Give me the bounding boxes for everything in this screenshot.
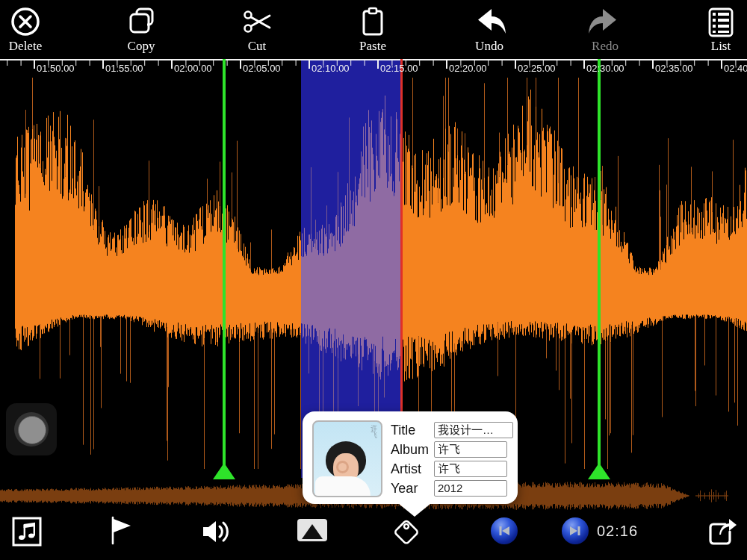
title-input[interactable]: 我设计一… xyxy=(434,422,513,438)
cut-icon xyxy=(223,5,291,38)
copy-icon xyxy=(108,5,175,38)
undo-button[interactable]: Undo xyxy=(456,5,523,54)
year-label: Year xyxy=(391,479,434,498)
marker-end-handle[interactable] xyxy=(588,463,610,479)
song-library-button[interactable] xyxy=(10,515,43,551)
popup-tail xyxy=(398,503,431,517)
delete-label: Delete xyxy=(0,39,59,54)
list-label: List xyxy=(687,39,747,54)
record-button[interactable] xyxy=(6,403,57,455)
delete-button[interactable]: Delete xyxy=(0,5,59,54)
flag-icon xyxy=(105,536,137,549)
picture-icon xyxy=(296,532,329,545)
top-toolbar: Delete Copy Cut Paste Undo xyxy=(0,0,747,57)
bottom-toolbar: 02:16 xyxy=(0,512,747,560)
marker-end[interactable] xyxy=(598,59,601,480)
metadata-popup: 许飞 Title我设计一… Album许飞 Artist许飞 Year2012 xyxy=(303,411,518,504)
skip-back-button[interactable] xyxy=(491,517,518,544)
time-display: 02:16 xyxy=(597,523,638,540)
volume-icon xyxy=(199,538,235,550)
artist-label: Artist xyxy=(391,459,434,479)
album-art: 许飞 xyxy=(312,420,382,497)
skip-forward-button[interactable] xyxy=(562,517,589,544)
share-icon xyxy=(703,538,737,551)
copy-label: Copy xyxy=(108,39,175,54)
share-button[interactable] xyxy=(703,514,737,552)
redo-button[interactable]: Redo xyxy=(571,5,639,54)
marker-start-handle[interactable] xyxy=(213,463,235,479)
undo-icon xyxy=(456,5,523,38)
list-button[interactable]: List xyxy=(687,5,747,54)
album-input[interactable]: 许飞 xyxy=(434,441,507,458)
marker-start-line xyxy=(223,59,226,467)
record-icon xyxy=(14,412,49,447)
cut-button[interactable]: Cut xyxy=(223,5,291,54)
artwork-button[interactable] xyxy=(296,517,329,546)
audio-editor-app: 01:50.0001:55.0002:00.0002:05.0002:10.00… xyxy=(0,0,747,560)
paste-label: Paste xyxy=(339,39,406,54)
flag-marker-button[interactable] xyxy=(105,514,137,550)
cut-label: Cut xyxy=(223,39,291,54)
album-label: Album xyxy=(391,440,434,459)
music-note-icon xyxy=(10,538,43,550)
redo-label: Redo xyxy=(571,39,639,54)
volume-button[interactable] xyxy=(199,515,235,551)
paste-button[interactable]: Paste xyxy=(339,5,406,54)
delete-icon xyxy=(0,5,59,38)
tag-icon xyxy=(389,538,424,551)
metadata-tag-button[interactable] xyxy=(389,514,424,552)
marker-end-line xyxy=(598,59,601,467)
copy-button[interactable]: Copy xyxy=(108,5,175,54)
list-icon xyxy=(687,5,747,38)
paste-icon xyxy=(339,5,406,38)
album-art-caption: 许飞 xyxy=(369,425,379,438)
title-label: Title xyxy=(391,420,434,440)
marker-start[interactable] xyxy=(223,59,226,480)
metadata-fields: Title我设计一… Album许飞 Artist许飞 Year2012 xyxy=(391,420,513,497)
year-input[interactable]: 2012 xyxy=(434,480,507,497)
redo-icon xyxy=(571,5,639,38)
undo-label: Undo xyxy=(456,39,523,54)
artist-input[interactable]: 许飞 xyxy=(434,461,507,477)
